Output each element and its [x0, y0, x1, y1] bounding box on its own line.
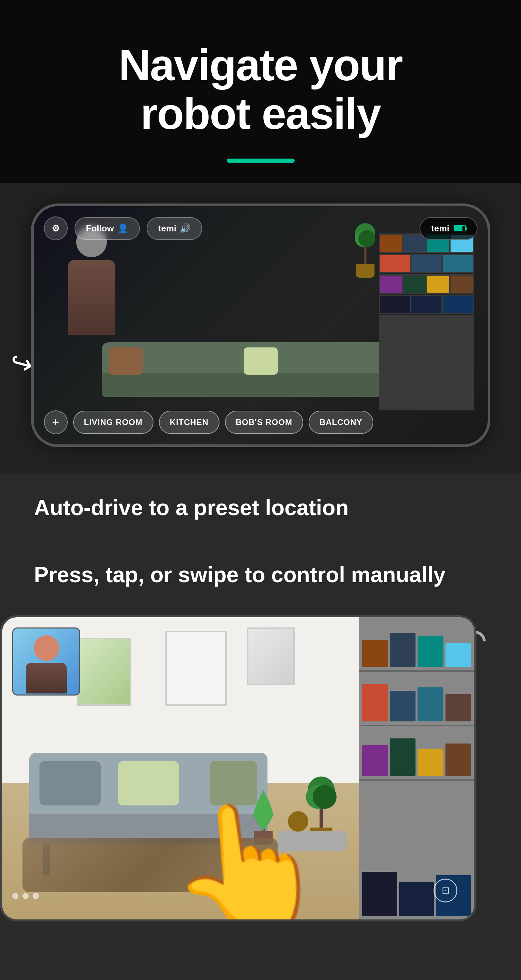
tablet-bookshelf — [358, 617, 474, 920]
settings-button[interactable]: ⚙ — [44, 216, 68, 240]
accent-divider — [227, 159, 295, 163]
location-bobs-room[interactable]: BOB'S ROOM — [225, 411, 303, 434]
page-title: Navigate your robot easily — [27, 41, 494, 138]
sofa — [102, 342, 420, 404]
gear-icon: ⚙ — [52, 223, 59, 234]
temi-audio-label: temi — [158, 223, 176, 234]
dot-3 — [33, 893, 39, 899]
hero-section: Navigate your robot easily — [0, 0, 521, 183]
person-figure — [68, 227, 115, 335]
room-scene — [34, 206, 488, 444]
location-kitchen[interactable]: KITCHEN — [159, 411, 220, 434]
follow-label: Follow — [86, 223, 114, 234]
temi-audio-button[interactable]: temi 🔊 — [147, 217, 202, 240]
expand-button[interactable]: ⊡ — [433, 878, 457, 902]
speaker-icon: 🔊 — [180, 223, 191, 234]
wall-art-center — [166, 631, 227, 706]
phone-mockup: ⚙ Follow 👤 temi 🔊 temi — [31, 204, 491, 447]
location-living-room[interactable]: LIVING ROOM — [73, 411, 153, 434]
finger-gesture: 👆 — [161, 788, 335, 920]
tablet-mockup: ⊡ 👆 — [0, 615, 476, 921]
press-tap-section: Press, tap, or swipe to control manually — [0, 541, 521, 601]
dot-1 — [12, 893, 18, 899]
battery-icon — [454, 225, 466, 231]
phone-screen: ⚙ Follow 👤 temi 🔊 temi — [34, 206, 488, 444]
follow-button[interactable]: Follow 👤 — [75, 217, 140, 240]
dots-indicator — [12, 893, 39, 899]
auto-drive-text: Auto-drive to a preset location — [34, 495, 487, 521]
bottom-section — [0, 921, 521, 980]
video-call-thumbnail — [12, 627, 80, 695]
tablet-screen: ⊡ 👆 — [2, 617, 474, 920]
tablet-demo-section: ↷ — [0, 601, 521, 921]
bookshelf — [379, 234, 474, 410]
expand-icon-symbol: ⊡ — [442, 885, 449, 896]
wall-art-right — [247, 627, 295, 685]
auto-drive-section: Auto-drive to a preset location — [0, 474, 521, 541]
camera-view — [34, 206, 488, 444]
person-icon: 👤 — [117, 223, 128, 234]
wall-art-left — [77, 638, 131, 706]
add-icon: + — [52, 415, 59, 430]
top-ui-overlay: ⚙ Follow 👤 temi 🔊 temi — [44, 216, 478, 240]
temi-status-badge: temi — [420, 217, 477, 240]
press-tap-text: Press, tap, or swipe to control manually — [34, 562, 487, 588]
phone-demo-section: ⚙ Follow 👤 temi 🔊 temi — [0, 183, 521, 474]
dot-2 — [22, 893, 29, 899]
add-location-button[interactable]: + — [44, 410, 68, 434]
temi-status-label: temi — [431, 223, 449, 234]
location-buttons: + LIVING ROOM KITCHEN BOB'S ROOM BALCONY — [44, 410, 478, 434]
location-balcony[interactable]: BALCONY — [309, 411, 373, 434]
